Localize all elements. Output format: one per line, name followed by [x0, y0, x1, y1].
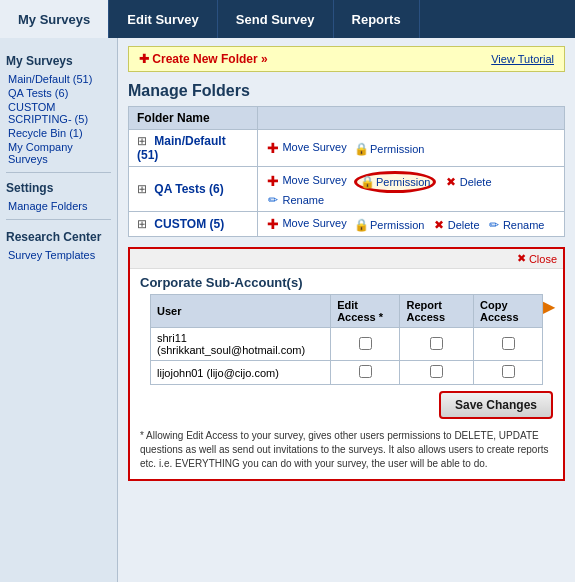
sidebar: My Surveys Main/Default (51) QA Tests (6…: [0, 38, 118, 582]
report-access-cell: [400, 361, 474, 385]
sidebar-item-qa-tests[interactable]: QA Tests (6): [6, 86, 111, 100]
expand-icon[interactable]: ⊞: [137, 217, 147, 231]
move-icon: ✚: [266, 173, 280, 187]
edit-access-col-header: Edit Access *: [331, 295, 400, 328]
save-row: Save Changes: [130, 385, 563, 425]
delete-btn-3[interactable]: ✖ Delete: [432, 218, 480, 232]
permission-btn-3[interactable]: 🔒 Permission: [354, 218, 424, 232]
user-cell: lijojohn01 (lijo@cijo.com): [151, 361, 331, 385]
main-layout: My Surveys Main/Default (51) QA Tests (6…: [0, 38, 575, 582]
delete-icon: ✖: [444, 175, 458, 189]
tab-edit-survey[interactable]: Edit Survey: [109, 0, 218, 38]
rename-btn-3[interactable]: ✏ Rename: [487, 218, 545, 232]
table-row: ⊞ Main/Default (51) ✚ Move Survey 🔒 Perm…: [129, 130, 565, 167]
permission-btn-2-highlighted[interactable]: 🔒 Permission: [354, 171, 436, 193]
copy-access-checkbox-1[interactable]: [502, 337, 515, 350]
rename-btn-2[interactable]: ✏ Rename: [266, 193, 324, 207]
edit-access-checkbox-1[interactable]: [359, 337, 372, 350]
report-access-checkbox-1[interactable]: [430, 337, 443, 350]
folder-main-default-link[interactable]: Main/Default (51): [137, 134, 226, 162]
copy-access-col-header: Copy Access: [474, 295, 543, 328]
permission-btn-1[interactable]: 🔒 Permission: [354, 142, 424, 156]
sidebar-item-recycle-bin[interactable]: Recycle Bin (1): [6, 126, 111, 140]
folder-name-cell: ⊞ CUSTOM (5): [129, 212, 258, 237]
sidebar-item-manage-folders[interactable]: Manage Folders: [6, 199, 111, 213]
report-access-col-header: Report Access: [400, 295, 474, 328]
report-access-cell: [400, 328, 474, 361]
folders-table: Folder Name ⊞ Main/Default (51) ✚ Move S…: [128, 106, 565, 237]
close-bar: ✖ Close: [130, 249, 563, 269]
move-survey-btn-3[interactable]: ✚ Move Survey: [266, 216, 346, 230]
move-icon: ✚: [266, 216, 280, 230]
sidebar-divider-2: [6, 219, 111, 220]
user-col-header: User: [151, 295, 331, 328]
top-navigation: My Surveys Edit Survey Send Survey Repor…: [0, 0, 575, 38]
edit-access-cell: [331, 328, 400, 361]
move-survey-btn-2[interactable]: ✚ Move Survey: [266, 173, 346, 187]
sidebar-item-my-company-surveys[interactable]: My Company Surveys: [6, 140, 111, 166]
access-table: User Edit Access * Report Access Copy Ac…: [150, 294, 543, 385]
sub-account-dialog: ✖ Close Corporate Sub-Account(s) ▶ User …: [128, 247, 565, 481]
delete-icon: ✖: [432, 218, 446, 232]
close-x-icon: ✖: [517, 252, 526, 265]
view-tutorial-link[interactable]: View Tutorial: [491, 53, 554, 65]
footer-text: * Allowing Edit Access to your survey, g…: [140, 430, 549, 469]
table-row: lijojohn01 (lijo@cijo.com): [151, 361, 543, 385]
permission-icon: 🔒: [354, 142, 368, 156]
footer-note: * Allowing Edit Access to your survey, g…: [130, 425, 563, 479]
expand-icon[interactable]: ⊞: [137, 134, 147, 148]
move-icon: ✚: [266, 140, 280, 154]
close-button[interactable]: ✖ Close: [517, 252, 557, 265]
permission-icon: 🔒: [360, 175, 374, 189]
actions-header: [258, 107, 565, 130]
expand-arrow-icon[interactable]: ▶: [543, 297, 555, 316]
sidebar-divider: [6, 172, 111, 173]
sidebar-item-main-default[interactable]: Main/Default (51): [6, 72, 111, 86]
folder-qa-tests-link[interactable]: QA Tests (6): [154, 182, 223, 196]
folder-name-cell: ⊞ Main/Default (51): [129, 130, 258, 167]
folder-actions-cell: ✚ Move Survey 🔒 Permission: [258, 130, 565, 167]
move-survey-btn-1[interactable]: ✚ Move Survey: [266, 140, 346, 154]
manage-folders-title: Manage Folders: [128, 82, 565, 100]
table-row: ⊞ QA Tests (6) ✚ Move Survey 🔒 Permissio…: [129, 167, 565, 212]
rename-icon: ✏: [266, 193, 280, 207]
tab-reports[interactable]: Reports: [334, 0, 420, 38]
expand-icon[interactable]: ⊞: [137, 182, 147, 196]
folder-custom-link[interactable]: CUSTOM (5): [154, 217, 224, 231]
copy-access-checkbox-2[interactable]: [502, 365, 515, 378]
create-new-folder-link[interactable]: ✚ Create New Folder »: [139, 52, 268, 66]
folder-actions-cell: ✚ Move Survey 🔒 Permission ✖ Delete ✏: [258, 212, 565, 237]
user-cell: shri11 (shrikkant_soul@hotmail.com): [151, 328, 331, 361]
edit-access-checkbox-2[interactable]: [359, 365, 372, 378]
sidebar-my-surveys-title: My Surveys: [6, 54, 111, 68]
tab-send-survey[interactable]: Send Survey: [218, 0, 334, 38]
content-area: ✚ Create New Folder » View Tutorial Mana…: [118, 38, 575, 582]
sidebar-item-survey-templates[interactable]: Survey Templates: [6, 248, 111, 262]
edit-access-cell: [331, 361, 400, 385]
folder-name-header: Folder Name: [129, 107, 258, 130]
access-table-wrapper: User Edit Access * Report Access Copy Ac…: [130, 294, 563, 385]
copy-access-cell: [474, 328, 543, 361]
rename-icon: ✏: [487, 218, 501, 232]
tab-my-surveys[interactable]: My Surveys: [0, 0, 109, 38]
delete-btn-2[interactable]: ✖ Delete: [444, 175, 492, 189]
permission-icon: 🔒: [354, 218, 368, 232]
table-row: shri11 (shrikkant_soul@hotmail.com): [151, 328, 543, 361]
close-label: Close: [529, 253, 557, 265]
report-access-checkbox-2[interactable]: [430, 365, 443, 378]
create-folder-bar: ✚ Create New Folder » View Tutorial: [128, 46, 565, 72]
folder-actions-cell: ✚ Move Survey 🔒 Permission ✖ Delete ✏: [258, 167, 565, 212]
sidebar-item-custom-scripting[interactable]: CUSTOM SCRIPTING- (5): [6, 100, 111, 126]
folder-name-cell: ⊞ QA Tests (6): [129, 167, 258, 212]
sidebar-settings-title: Settings: [6, 181, 111, 195]
copy-access-cell: [474, 361, 543, 385]
save-changes-button[interactable]: Save Changes: [439, 391, 553, 419]
sidebar-research-title: Research Center: [6, 230, 111, 244]
table-row: ⊞ CUSTOM (5) ✚ Move Survey 🔒 Permission: [129, 212, 565, 237]
sub-account-title: Corporate Sub-Account(s): [130, 269, 563, 294]
